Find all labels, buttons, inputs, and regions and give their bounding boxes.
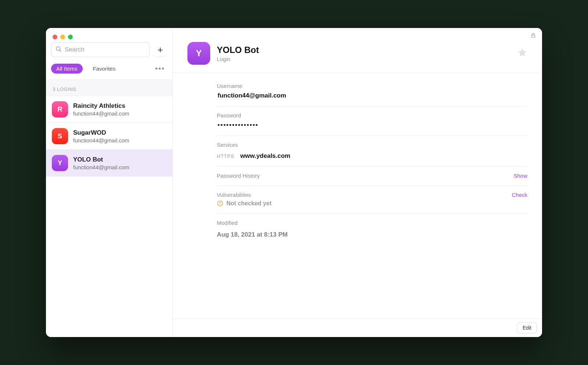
vulnerability-status: Not checked yet <box>226 200 272 207</box>
detail-pane: Y YOLO Bot Login Username function44@gma… <box>173 28 542 337</box>
login-list: R Raincity Athletics function44@gmail.co… <box>46 96 172 337</box>
window-controls <box>46 28 172 42</box>
minimize-window-button[interactable] <box>60 35 65 39</box>
check-vulnerabilities-button[interactable]: Check <box>512 192 527 198</box>
plus-icon: + <box>157 45 163 54</box>
search-input[interactable] <box>65 46 146 53</box>
svg-line-1 <box>60 50 61 51</box>
warning-icon <box>217 200 223 207</box>
field-label: Username <box>217 83 527 89</box>
svg-rect-2 <box>531 35 535 37</box>
list-item-sub: function44@gmail.com <box>73 137 129 143</box>
edit-button[interactable]: Edit <box>517 322 537 333</box>
search-icon <box>55 46 62 54</box>
avatar: Y <box>52 155 68 171</box>
filter-all-items[interactable]: All Items <box>51 64 83 74</box>
search-row: + <box>46 42 172 61</box>
field-label: Modified <box>217 220 527 226</box>
list-item-title: SugarWOD <box>73 129 129 137</box>
password-history-field: Password History Show <box>217 167 527 186</box>
services-field[interactable]: Services HTTPS www.ydeals.com <box>217 136 527 167</box>
sidebar: + All Items Favorites ••• 3 LOGINS R Rai… <box>46 28 173 337</box>
list-item-title: YOLO Bot <box>73 156 129 163</box>
list-item-sub: function44@gmail.com <box>73 110 129 117</box>
password-field[interactable]: Password •••••••••••••• <box>217 106 527 136</box>
modified-value: Aug 18, 2021 at 8:13 PM <box>217 229 527 238</box>
filter-row: All Items Favorites ••• <box>46 61 172 80</box>
zoom-window-button[interactable] <box>68 35 73 39</box>
field-label: Password History <box>217 173 260 179</box>
username-value: function44@gmail.com <box>217 92 527 99</box>
list-item[interactable]: S SugarWOD function44@gmail.com <box>46 123 172 150</box>
field-label: Services <box>217 142 527 148</box>
detail-body: Username function44@gmail.com Password •… <box>173 73 542 252</box>
add-item-button[interactable]: + <box>153 43 167 57</box>
traffic-lights <box>53 35 73 39</box>
svg-point-5 <box>220 205 220 205</box>
filter-favorites[interactable]: Favorites <box>88 64 121 74</box>
list-item[interactable]: Y YOLO Bot function44@gmail.com <box>46 150 172 177</box>
more-options-button[interactable]: ••• <box>153 63 167 74</box>
avatar: S <box>52 128 68 144</box>
show-history-button[interactable]: Show <box>513 173 527 179</box>
section-header: 3 LOGINS <box>46 80 172 96</box>
detail-header: Y YOLO Bot Login <box>173 40 542 73</box>
lock-icon[interactable] <box>530 32 536 40</box>
list-item-title: Raincity Athletics <box>73 102 129 110</box>
detail-subtitle: Login <box>217 56 259 62</box>
vulnerabilities-field: Vulnerabilities Check Not checked yet <box>217 186 527 214</box>
detail-footer: Edit <box>173 318 542 337</box>
service-host: www.ydeals.com <box>240 152 290 160</box>
search-field[interactable] <box>51 42 150 57</box>
service-protocol: HTTPS <box>217 153 234 159</box>
modified-field: Modified Aug 18, 2021 at 8:13 PM <box>217 214 527 245</box>
detail-title: YOLO Bot <box>217 45 259 55</box>
favorite-star-icon[interactable] <box>517 47 527 59</box>
list-item-sub: function44@gmail.com <box>73 164 129 170</box>
username-field[interactable]: Username function44@gmail.com <box>217 77 527 106</box>
avatar: R <box>52 101 68 117</box>
filter-pills: All Items Favorites <box>51 64 121 74</box>
close-window-button[interactable] <box>53 35 57 39</box>
field-label: Vulnerabilities <box>217 192 251 198</box>
field-label: Password <box>217 112 527 118</box>
app-window: + All Items Favorites ••• 3 LOGINS R Rai… <box>46 28 542 337</box>
password-value: •••••••••••••• <box>217 121 527 129</box>
list-item[interactable]: R Raincity Athletics function44@gmail.co… <box>46 96 172 123</box>
detail-avatar: Y <box>187 42 210 65</box>
